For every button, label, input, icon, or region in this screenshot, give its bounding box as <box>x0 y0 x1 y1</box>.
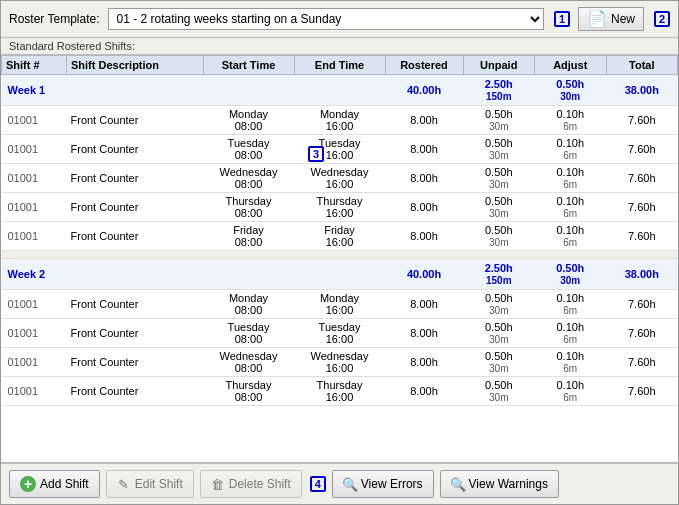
delete-shift-label: Delete Shift <box>229 477 291 491</box>
col-header-shift: Shift # <box>2 56 67 75</box>
add-shift-button[interactable]: + Add Shift <box>9 470 100 498</box>
end-time: Monday16:00 <box>294 106 385 135</box>
search-icon: 🔍 <box>343 477 357 491</box>
edit-shift-button[interactable]: ✎ Edit Shift <box>106 470 194 498</box>
week-unpaid: 2.50h150m <box>463 75 535 106</box>
shift-number: 01001 <box>2 193 67 222</box>
table-row[interactable]: 01001 Front Counter Wednesday08:00 Wedne… <box>2 348 678 377</box>
rostered-hours: 8.00h <box>385 290 463 319</box>
start-time: Wednesday08:00 <box>203 164 294 193</box>
roster-template-select[interactable]: 01 - 2 rotating weeks starting on a Sund… <box>108 8 544 30</box>
shift-description: Front Counter <box>67 377 204 406</box>
col-header-total: Total <box>606 56 678 75</box>
rostered-hours: 8.00h <box>385 377 463 406</box>
week-rostered: 40.00h <box>385 259 463 290</box>
spacer-row <box>2 251 678 259</box>
shift-description: Front Counter <box>67 106 204 135</box>
delete-shift-button[interactable]: 🗑 Delete Shift <box>200 470 302 498</box>
adjust-hours: 0.10h6m <box>535 135 607 164</box>
shift-number: 01001 <box>2 222 67 251</box>
start-time: Tuesday08:00 <box>203 319 294 348</box>
start-time: Tuesday08:00 <box>203 135 294 164</box>
start-time: Thursday08:00 <box>203 193 294 222</box>
shifts-table: Shift # Shift Description Start Time End… <box>1 55 678 406</box>
week-adjust: 0.50h30m <box>535 259 607 290</box>
shift-description: Front Counter <box>67 193 204 222</box>
start-time: Thursday08:00 <box>203 377 294 406</box>
shift-description: Front Counter <box>67 135 204 164</box>
col-header-adjust: Adjust <box>535 56 607 75</box>
week-total: 38.00h <box>606 75 678 106</box>
col-header-unpaid: Unpaid <box>463 56 535 75</box>
week-rostered: 40.00h <box>385 75 463 106</box>
start-time: Friday08:00 <box>203 222 294 251</box>
shift-number: 01001 <box>2 164 67 193</box>
total-hours: 7.60h <box>606 377 678 406</box>
bottom-toolbar: + Add Shift ✎ Edit Shift 🗑 Delete Shift … <box>1 463 678 504</box>
end-time: Friday16:00 <box>294 222 385 251</box>
shift-number: 01001 <box>2 319 67 348</box>
unpaid-hours: 0.50h30m <box>463 164 535 193</box>
end-time: Thursday16:00 <box>294 193 385 222</box>
table-row[interactable]: 01001 Front Counter Monday08:00 Monday16… <box>2 106 678 135</box>
view-warnings-button[interactable]: 🔍 View Warnings <box>440 470 559 498</box>
end-time: Monday16:00 <box>294 290 385 319</box>
total-hours: 7.60h <box>606 164 678 193</box>
view-errors-button[interactable]: 🔍 View Errors <box>332 470 434 498</box>
shift-description: Front Counter <box>67 222 204 251</box>
adjust-hours: 0.10h6m <box>535 319 607 348</box>
total-hours: 7.60h <box>606 222 678 251</box>
rostered-hours: 8.00h <box>385 348 463 377</box>
shift-number: 01001 <box>2 135 67 164</box>
shift-number: 01001 <box>2 377 67 406</box>
end-time: Thursday16:00 <box>294 377 385 406</box>
week-header-row: Week 2 40.00h 2.50h150m 0.50h30m 38.00h <box>2 259 678 290</box>
shift-number: 01001 <box>2 290 67 319</box>
shift-description: Front Counter <box>67 290 204 319</box>
total-hours: 7.60h <box>606 193 678 222</box>
roster-template-label: Roster Template: <box>9 12 100 26</box>
edit-icon: ✎ <box>117 477 131 491</box>
table-row[interactable]: 01001 Front Counter Tuesday08:00 Tuesday… <box>2 135 678 164</box>
warning-search-icon: 🔍 <box>451 477 465 491</box>
rostered-hours: 8.00h <box>385 193 463 222</box>
start-time: Monday08:00 <box>203 106 294 135</box>
table-row[interactable]: 01001 Front Counter Thursday08:00 Thursd… <box>2 193 678 222</box>
rostered-hours: 8.00h <box>385 319 463 348</box>
table-row[interactable]: 01001 Front Counter Wednesday08:00 Wedne… <box>2 164 678 193</box>
total-hours: 7.60h <box>606 106 678 135</box>
new-button-label: New <box>611 12 635 26</box>
callout-4: 4 <box>310 476 326 492</box>
start-time: Monday08:00 <box>203 290 294 319</box>
view-warnings-label: View Warnings <box>469 477 548 491</box>
unpaid-hours: 0.50h30m <box>463 348 535 377</box>
table-row[interactable]: 01001 Front Counter Thursday08:00 Thursd… <box>2 377 678 406</box>
total-hours: 7.60h <box>606 290 678 319</box>
adjust-hours: 0.10h6m <box>535 106 607 135</box>
col-header-end: End Time <box>294 56 385 75</box>
delete-icon: 🗑 <box>211 477 225 491</box>
adjust-hours: 0.10h6m <box>535 222 607 251</box>
table-row[interactable]: 01001 Front Counter Friday08:00 Friday16… <box>2 222 678 251</box>
start-time: Wednesday08:00 <box>203 348 294 377</box>
callout-1: 1 <box>554 11 570 27</box>
standard-shifts-label: Standard Rostered Shifts: <box>1 38 678 55</box>
col-header-desc: Shift Description <box>67 56 204 75</box>
unpaid-hours: 0.50h30m <box>463 222 535 251</box>
week-name: Week 2 <box>2 259 386 290</box>
week-name: Week 1 <box>2 75 386 106</box>
unpaid-hours: 0.50h30m <box>463 193 535 222</box>
table-row[interactable]: 01001 Front Counter Tuesday08:00 Tuesday… <box>2 319 678 348</box>
shift-description: Front Counter <box>67 164 204 193</box>
adjust-hours: 0.10h6m <box>535 164 607 193</box>
table-row[interactable]: 01001 Front Counter Monday08:00 Monday16… <box>2 290 678 319</box>
shift-description: Front Counter <box>67 319 204 348</box>
adjust-hours: 0.10h6m <box>535 290 607 319</box>
new-button[interactable]: 📄 New <box>578 7 644 31</box>
rostered-hours: 8.00h <box>385 164 463 193</box>
unpaid-hours: 0.50h30m <box>463 135 535 164</box>
unpaid-hours: 0.50h30m <box>463 377 535 406</box>
rostered-hours: 8.00h <box>385 135 463 164</box>
unpaid-hours: 0.50h30m <box>463 319 535 348</box>
adjust-hours: 0.10h6m <box>535 348 607 377</box>
